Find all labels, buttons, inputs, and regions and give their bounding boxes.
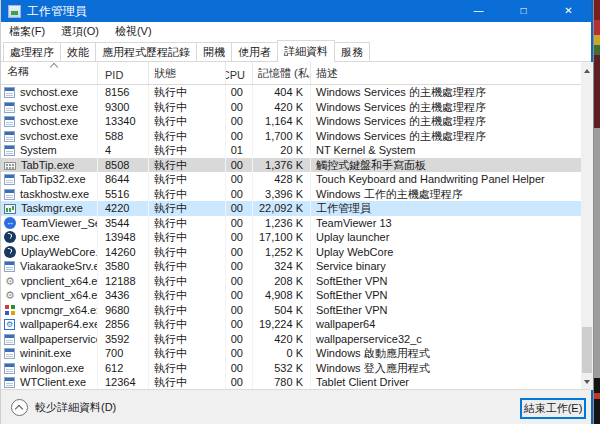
status-cell: 執行中 [149, 332, 226, 347]
description-cell: SoftEther VPN [311, 288, 581, 303]
status-cell: 執行中 [149, 303, 226, 318]
exe-icon [4, 116, 15, 127]
pid-cell: 3544 [98, 216, 149, 231]
cpu-cell: 00 [226, 85, 253, 100]
process-name: UplayWebCore.exe [21, 245, 98, 260]
column-header[interactable]: CPU [226, 62, 253, 84]
tab-6[interactable]: 詳細資料 [277, 40, 335, 62]
process-name-cell: TabTip32.exe [1, 172, 98, 187]
exe-icon [4, 131, 15, 142]
memory-cell: 1,164 K [253, 114, 311, 129]
process-name-cell: TeamViewer_Servic... [1, 216, 98, 231]
description-cell: Uplay launcher [311, 230, 581, 245]
column-header[interactable]: 狀態 [149, 62, 226, 84]
process-name: vpnclient_x64.exe [21, 274, 98, 289]
process-name-cell: wallpaper64.exe [1, 317, 98, 332]
process-name-cell: svchost.exe [1, 100, 98, 115]
maximize-button[interactable]: □ [501, 0, 546, 22]
menu-item[interactable]: 檔案(F) [1, 22, 53, 40]
table-row[interactable]: vpncmgr_x64.exe9680執行中00504 KSoftEther V… [1, 303, 581, 318]
column-header-label: 記憶體 (私... [258, 66, 311, 81]
scroll-down-button[interactable] [581, 373, 593, 390]
tab-1[interactable]: 處理程序 [3, 42, 61, 61]
tab-2[interactable]: 效能 [60, 42, 96, 61]
menu-item[interactable]: 選項(O) [53, 22, 107, 40]
table-row[interactable]: taskhostw.exe5516執行中003,396 KWindows 工作的… [1, 187, 581, 202]
process-list: svchost.exe8156執行中00404 KWindows Service… [1, 85, 581, 390]
tab-5[interactable]: 使用者 [231, 42, 278, 61]
exe-icon [4, 363, 15, 374]
scroll-up-button[interactable] [581, 62, 593, 79]
close-icon: ✕ [564, 0, 572, 22]
desktop-background-segment [594, 0, 600, 20]
table-row[interactable]: vpnclient_x64.exe12188執行中00208 KSoftEthe… [1, 274, 581, 289]
column-header-label: 名稱 [7, 64, 29, 79]
exe-icon [4, 348, 15, 359]
end-task-button[interactable]: 結束工作(E) [520, 398, 586, 419]
table-row[interactable]: wallpaper64.exe2856執行中0019,224 Kwallpape… [1, 317, 581, 332]
menu-item[interactable]: 檢視(V) [107, 22, 160, 40]
description-cell: Service binary [311, 259, 581, 274]
teamviewer-icon [4, 217, 16, 229]
table-row[interactable]: svchost.exe13340執行中001,164 KWindows Serv… [1, 114, 581, 129]
status-cell: 執行中 [149, 129, 226, 144]
table-row[interactable]: TeamViewer_Servic...3544執行中001,236 KTeam… [1, 216, 581, 231]
cpu-cell: 00 [226, 129, 253, 144]
column-header[interactable]: 名稱 [1, 62, 98, 84]
process-name: upc.exe [21, 230, 60, 245]
table-row[interactable]: Taskmgr.exe4220執行中0022,092 K工作管理員 [1, 201, 581, 216]
process-name-cell: vpnclient_x64.exe [1, 274, 98, 289]
table-row[interactable]: TabTip.exe8508執行中001,376 K觸控式鍵盤和手寫面板 [1, 158, 581, 173]
tab-3[interactable]: 應用程式歷程記錄 [95, 42, 197, 61]
memory-cell: 22,092 K [253, 201, 311, 216]
table-row[interactable]: wallpaperservice32...3592執行中00420 Kwallp… [1, 332, 581, 347]
table-row[interactable]: TabTip32.exe8644執行中00428 KTouch Keyboard… [1, 172, 581, 187]
table-row[interactable]: svchost.exe588執行中001,700 KWindows Servic… [1, 129, 581, 144]
table-row[interactable]: vpnclient_x64.exe3436執行中004,908 KSoftEth… [1, 288, 581, 303]
scrollbar-thumb[interactable] [582, 327, 592, 373]
table-row[interactable]: UplayWebCore.exe14260執行中001,252 KUplay W… [1, 245, 581, 260]
pid-cell: 588 [98, 129, 149, 144]
column-header[interactable]: PID [98, 62, 149, 84]
description-cell: NT Kernel & System [311, 143, 581, 158]
pid-cell: 8508 [98, 158, 149, 173]
memory-cell: 1,252 K [253, 245, 311, 260]
cpu-cell: 00 [226, 114, 253, 129]
status-cell: 執行中 [149, 172, 226, 187]
process-name: TabTip32.exe [20, 172, 86, 187]
tab-4[interactable]: 開機 [196, 42, 232, 61]
memory-cell: 3,396 K [253, 187, 311, 202]
description-cell: Windows Services 的主機處理程序 [311, 129, 581, 144]
exe-icon [4, 261, 15, 272]
table-row[interactable]: svchost.exe9300執行中00420 KWindows Service… [1, 100, 581, 115]
cpu-cell: 00 [226, 158, 253, 173]
table-row[interactable]: wininit.exe700執行中000 KWindows 啟動應用程式 [1, 346, 581, 361]
memory-cell: 504 K [253, 303, 311, 318]
vertical-scrollbar[interactable] [581, 62, 593, 390]
pid-cell: 3436 [98, 288, 149, 303]
desktop-background-segment [594, 378, 600, 424]
column-header[interactable]: 描述 [311, 62, 581, 84]
wallpaper-icon [4, 319, 15, 330]
table-row[interactable]: ViakaraokeSrv.exe3580執行中00324 KService b… [1, 259, 581, 274]
status-cell: 執行中 [149, 245, 226, 260]
table-row[interactable]: upc.exe13948執行中0017,100 KUplay launcher [1, 230, 581, 245]
end-task-label: 結束工作(E) [524, 401, 583, 416]
process-name: TeamViewer_Servic... [21, 216, 98, 231]
table-row[interactable]: System4執行中0120 KNT Kernel & System [1, 143, 581, 158]
close-button[interactable]: ✕ [546, 0, 591, 22]
minimize-button[interactable]: — [456, 0, 501, 22]
process-name-cell: winlogon.exe [1, 361, 98, 376]
cpu-cell: 00 [226, 216, 253, 231]
table-row[interactable]: winlogon.exe612執行中00532 KWindows 登入應用程式 [1, 361, 581, 376]
table-row[interactable]: svchost.exe8156執行中00404 KWindows Service… [1, 85, 581, 100]
process-name: TabTip.exe [21, 158, 74, 173]
gear-icon [4, 289, 16, 301]
uplay-icon [4, 231, 16, 243]
fewer-details-toggle[interactable]: 較少詳細資料(D) [11, 399, 116, 416]
table-row[interactable]: WTClient.exe12364執行中00780 KTablet Client… [1, 375, 581, 390]
status-cell: 執行中 [149, 114, 226, 129]
tab-7[interactable]: 服務 [334, 42, 370, 61]
column-header[interactable]: 記憶體 (私... [253, 62, 311, 84]
memory-cell: 1,236 K [253, 216, 311, 231]
